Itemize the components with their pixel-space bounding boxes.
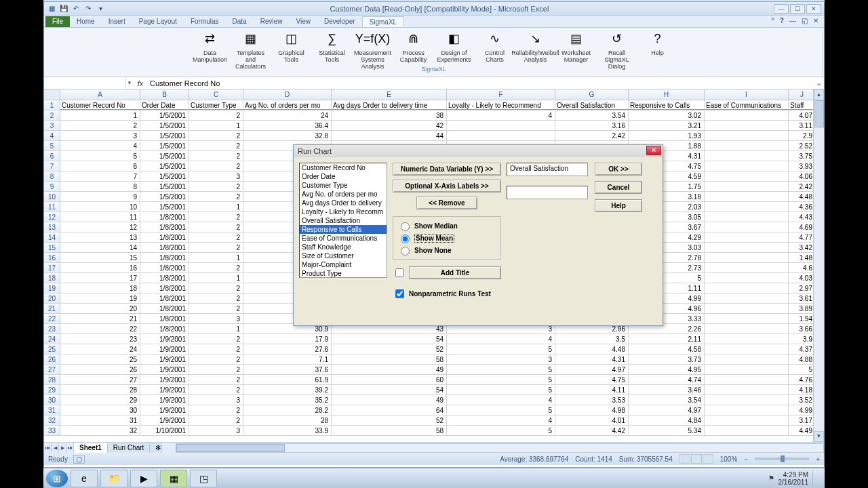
cell[interactable]: 2 (189, 151, 243, 161)
ribbon-control[interactable]: ∿ControlCharts (476, 29, 514, 63)
cell[interactable]: 3.5 (555, 334, 629, 344)
cell[interactable]: 2 (189, 243, 243, 252)
tray-flag-icon[interactable]: ⚑ (768, 474, 774, 482)
cell[interactable]: 2 (189, 354, 243, 364)
cell[interactable]: 4.42 (555, 426, 629, 435)
row-header[interactable]: 10 (44, 192, 60, 201)
cell[interactable]: 1 (189, 202, 243, 211)
cell[interactable]: 8 (60, 182, 140, 191)
cell[interactable]: 5 (447, 405, 555, 415)
ribbon-data[interactable]: ⇄DataManipulation (191, 29, 229, 63)
cell[interactable]: 2 (189, 192, 243, 201)
cell[interactable]: 1/5/2001 (140, 161, 189, 171)
ribbon-graphical[interactable]: ◫GraphicalTools (273, 29, 311, 63)
row-header[interactable]: 4 (44, 131, 60, 140)
cell[interactable]: 3 (60, 131, 140, 140)
cell[interactable]: 1/8/2001 (140, 324, 189, 333)
col-header-D[interactable]: D (243, 89, 332, 100)
cell[interactable]: Customer Type (189, 100, 243, 110)
ribbon-reliability-weibull[interactable]: ↘Reliability/WeibullAnalysis (517, 29, 555, 63)
radio-none-input[interactable] (401, 247, 410, 256)
cell[interactable] (705, 273, 789, 283)
zoom-slider[interactable] (755, 458, 809, 460)
row-header[interactable]: 33 (44, 426, 60, 435)
cell[interactable]: 4.6 (789, 263, 816, 272)
cell[interactable]: 19 (60, 293, 140, 303)
tab-developer[interactable]: Developer (317, 16, 362, 27)
cell[interactable] (705, 182, 789, 191)
cell[interactable]: 26 (60, 365, 140, 374)
ribbon-design-of[interactable]: ◧Design ofExperiments (435, 29, 473, 63)
cell[interactable]: Order Date (140, 100, 189, 110)
cell[interactable] (705, 212, 789, 222)
cell[interactable]: 1 (189, 253, 243, 262)
cell[interactable] (705, 110, 789, 120)
task-ie-icon[interactable]: e (71, 470, 98, 487)
cell[interactable] (705, 334, 789, 344)
listbox-item[interactable]: Size of Customer (300, 251, 387, 260)
col-header-H[interactable]: H (629, 89, 705, 100)
cell[interactable]: 10 (60, 202, 140, 211)
variable-listbox[interactable]: Customer Record NoOrder DateCustomer Typ… (299, 163, 387, 278)
cell[interactable]: 2 (189, 365, 243, 374)
scroll-thumb[interactable] (814, 100, 824, 127)
remove-button[interactable]: << Remove (416, 197, 477, 209)
cell[interactable]: 42 (332, 121, 447, 130)
cell[interactable]: 28 (60, 385, 140, 394)
cell[interactable]: 2 (189, 131, 243, 140)
selected-y-variable[interactable]: Overall Satisfaction (507, 163, 588, 176)
cell[interactable]: 32 (60, 426, 140, 435)
row-header[interactable]: 7 (44, 161, 60, 171)
cell[interactable]: 22 (60, 324, 140, 333)
doc-close-icon[interactable]: ✕ (813, 17, 818, 24)
row-header[interactable]: 23 (44, 324, 60, 333)
cell[interactable]: 9 (60, 192, 140, 201)
cell[interactable]: 1/9/2001 (140, 365, 189, 374)
cell[interactable]: 52 (332, 344, 447, 354)
listbox-item[interactable]: Responsive to Calls (300, 225, 387, 234)
cell[interactable]: 1/8/2001 (140, 212, 189, 222)
cell[interactable]: 4 (447, 110, 555, 120)
cell[interactable]: 37.6 (243, 365, 332, 374)
cell[interactable]: 3.52 (789, 395, 816, 405)
cell[interactable]: 1/5/2001 (140, 202, 189, 211)
tab-page-layout[interactable]: Page Layout (132, 16, 184, 27)
cell[interactable]: 1/8/2001 (140, 273, 189, 283)
cell[interactable]: 3.11 (789, 121, 816, 130)
cell[interactable]: 58 (332, 426, 447, 435)
ribbon-templates-and[interactable]: ▦Templates andCalculators (232, 29, 270, 70)
select-all-corner[interactable] (44, 89, 60, 100)
xaxis-labels-button[interactable]: Optional X-Axis Labels >> (393, 180, 501, 192)
cell[interactable]: 17 (60, 273, 140, 283)
cell[interactable]: 2 (189, 304, 243, 313)
cell[interactable]: 3.42 (789, 243, 816, 252)
cell[interactable]: 4.31 (555, 354, 629, 364)
cell[interactable]: 1 (189, 324, 243, 333)
cell[interactable]: 4 (447, 395, 555, 405)
cell[interactable]: 5 (447, 365, 555, 374)
redo-icon[interactable]: ↷ (83, 4, 93, 14)
row-header[interactable]: 26 (44, 354, 60, 364)
listbox-item[interactable]: Avg days Order to delivery (300, 199, 387, 207)
ribbon-recall-sigmaxl[interactable]: ↺Recall SigmaXLDialog (598, 29, 636, 70)
cell[interactable]: 52 (332, 415, 447, 425)
cell[interactable] (705, 314, 789, 323)
add-title-checkbox[interactable] (395, 268, 404, 277)
cell[interactable]: Overall Satisfaction (555, 100, 629, 110)
row-header[interactable]: 20 (44, 293, 60, 303)
cell[interactable]: 17.9 (243, 334, 332, 344)
row-header[interactable]: 29 (44, 385, 60, 394)
row-header[interactable]: 27 (44, 365, 60, 374)
listbox-item[interactable]: Order Date (300, 172, 387, 181)
cell[interactable]: 3.53 (555, 395, 629, 405)
cell[interactable]: 3.9 (789, 334, 816, 344)
cell[interactable] (705, 232, 789, 242)
cell[interactable]: 1/9/2001 (140, 395, 189, 405)
row-header[interactable]: 5 (44, 141, 60, 150)
row-header[interactable]: 3 (44, 121, 60, 130)
cell[interactable]: 12 (60, 222, 140, 232)
task-media-icon[interactable]: ▶ (130, 470, 157, 487)
cell[interactable] (705, 405, 789, 415)
minimize-button[interactable]: — (774, 4, 789, 14)
cell[interactable] (705, 293, 789, 303)
